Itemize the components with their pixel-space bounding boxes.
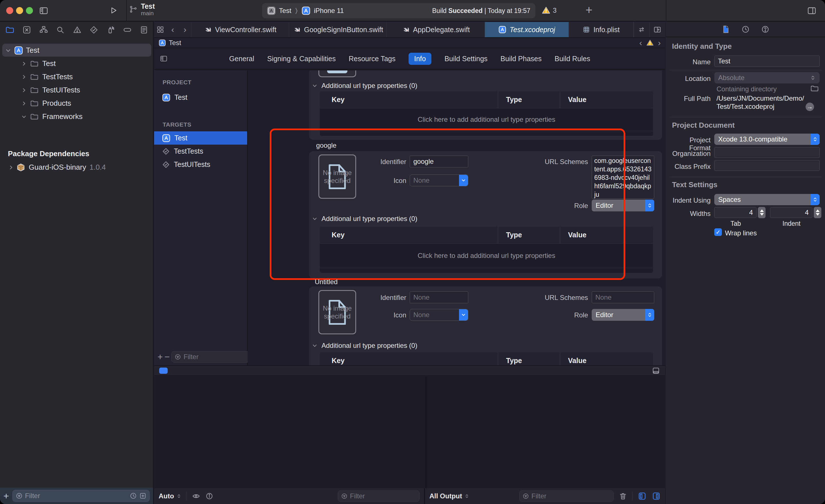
tab-width-field[interactable]: 4 <box>714 207 757 218</box>
close-window-button[interactable] <box>6 7 13 14</box>
chevron-down-icon[interactable] <box>312 343 317 348</box>
column-type[interactable]: Type <box>498 352 560 365</box>
variables-view[interactable] <box>154 377 426 488</box>
remove-target-button[interactable]: − <box>164 352 170 362</box>
add-file-button[interactable]: + <box>3 491 9 501</box>
source-control-navigator-icon[interactable] <box>22 25 31 34</box>
url-type-name-untitled[interactable]: Untitled <box>315 278 338 286</box>
column-type[interactable]: Type <box>498 91 560 108</box>
chevron-right-icon[interactable] <box>7 165 15 170</box>
variables-scope-dropdown[interactable]: Auto <box>159 492 181 500</box>
open-path-arrow-icon[interactable]: → <box>806 102 814 111</box>
navigator-filter-input[interactable] <box>25 492 127 500</box>
tab-build-rules[interactable]: Build Rules <box>554 55 590 63</box>
show-console-panel-icon[interactable] <box>652 492 661 501</box>
tab-resource-tags[interactable]: Resource Tags <box>349 55 395 63</box>
issue-navigator-icon[interactable] <box>73 25 82 34</box>
debug-navigator-icon[interactable] <box>106 25 115 34</box>
column-key[interactable]: Key <box>320 91 498 108</box>
chevron-right-icon[interactable] <box>20 74 28 80</box>
column-value[interactable]: Value <box>560 352 653 365</box>
tree-item-package-guard[interactable]: Guard-iOS-binary 1.0.4 <box>0 161 154 174</box>
issues-badge[interactable]: 3 <box>541 6 556 15</box>
indent-width-field[interactable]: 4 <box>770 207 812 218</box>
column-key[interactable]: Key <box>320 352 498 365</box>
back-button[interactable]: ‹ <box>166 22 179 37</box>
find-navigator-icon[interactable] <box>56 25 65 34</box>
target-row-testuitests[interactable]: TestUITests <box>154 158 247 171</box>
chevron-down-icon[interactable] <box>20 114 28 120</box>
wrap-lines-checkbox[interactable]: ✓ <box>714 228 722 236</box>
scheme-name[interactable]: Test <box>279 7 291 15</box>
forward-button[interactable]: › <box>179 22 191 37</box>
previous-issue-button[interactable]: ‹ <box>639 38 642 48</box>
console-filter-input[interactable] <box>531 492 611 500</box>
swap-editor-icon[interactable] <box>634 22 650 37</box>
source-control-status-icon[interactable] <box>139 492 147 500</box>
run-button[interactable] <box>109 6 118 15</box>
chevron-down-icon[interactable] <box>4 47 12 54</box>
role-dropdown-untitled[interactable]: Editor <box>592 309 654 321</box>
column-value[interactable]: Value <box>560 91 653 108</box>
toggle-navigator-icon[interactable] <box>39 6 49 15</box>
tab-info-plist[interactable]: Info.plist <box>569 22 634 37</box>
tab-info[interactable]: Info <box>408 53 432 65</box>
info-icon[interactable] <box>205 492 213 500</box>
console-view[interactable] <box>426 377 665 488</box>
breakpoint-navigator-icon[interactable] <box>123 25 132 34</box>
project-row-test[interactable]: Test <box>154 91 247 104</box>
collapse-targets-list-icon[interactable] <box>160 54 168 63</box>
history-inspector-icon[interactable] <box>741 25 750 33</box>
tab-googlesigninbutton[interactable]: GoogleSignInButton.swift <box>289 22 387 37</box>
tree-item-frameworks[interactable]: Frameworks <box>0 110 154 123</box>
toggle-inspector-icon[interactable] <box>807 6 817 15</box>
symbol-navigator-icon[interactable] <box>39 25 48 34</box>
project-format-dropdown[interactable]: Xcode 13.0-compatible <box>714 134 820 145</box>
tree-item-project-test[interactable]: Test <box>0 44 154 57</box>
add-editor-button[interactable]: + <box>586 3 593 17</box>
tree-item-test-folder[interactable]: Test <box>0 57 154 70</box>
organization-field[interactable] <box>714 147 820 158</box>
target-row-testtests[interactable]: TestTests <box>154 145 247 158</box>
tab-appdelegate[interactable]: AppDelegate.swift <box>387 22 484 37</box>
location-dropdown[interactable]: Absolute <box>714 72 820 83</box>
indent-using-dropdown[interactable]: Spaces <box>714 194 820 205</box>
tab-viewcontroller[interactable]: ViewController.swift <box>191 22 289 37</box>
tab-general[interactable]: General <box>229 55 254 63</box>
add-target-button[interactable]: + <box>157 352 163 362</box>
chevron-right-icon[interactable] <box>20 87 28 93</box>
hide-console-panel-icon[interactable] <box>652 366 660 375</box>
activity-view[interactable]: Test 〉 iPhone 11 Build Succeeded | Today… <box>262 3 535 18</box>
tab-width-stepper[interactable] <box>758 207 765 218</box>
test-navigator-icon[interactable] <box>89 25 98 34</box>
console-filter-field[interactable] <box>519 491 614 502</box>
split-editor-icon[interactable] <box>650 22 665 37</box>
tab-build-settings[interactable]: Build Settings <box>444 55 487 63</box>
minimize-window-button[interactable] <box>16 7 23 14</box>
destination-name[interactable]: iPhone 11 <box>314 7 344 15</box>
indent-width-stepper[interactable] <box>814 207 821 218</box>
tab-build-phases[interactable]: Build Phases <box>501 55 541 63</box>
chevron-right-icon[interactable] <box>20 100 28 106</box>
breadcrumb[interactable]: Test <box>169 39 181 47</box>
image-well-partial[interactable] <box>318 70 356 77</box>
variables-filter-input[interactable] <box>350 492 417 500</box>
tree-item-testtests[interactable]: TestTests <box>0 70 154 83</box>
related-items-icon[interactable] <box>154 22 166 37</box>
identifier-field-untitled[interactable]: None <box>410 291 468 303</box>
issue-warning-icon[interactable] <box>646 39 654 47</box>
choose-folder-icon[interactable] <box>810 84 819 93</box>
help-inspector-icon[interactable] <box>761 25 769 33</box>
tab-signing-capabilities[interactable]: Signing & Capabilities <box>267 55 335 63</box>
console-scope-dropdown[interactable]: All Output <box>429 492 469 500</box>
class-prefix-field[interactable] <box>714 160 820 171</box>
target-row-test[interactable]: Test <box>154 131 247 145</box>
report-navigator-icon[interactable] <box>140 25 148 34</box>
name-field[interactable]: Test <box>714 56 820 67</box>
url-schemes-field-untitled[interactable]: None <box>592 291 654 303</box>
variables-filter-field[interactable] <box>338 491 420 502</box>
next-issue-button[interactable]: › <box>658 38 661 48</box>
additional-properties-header[interactable]: Additional url type properties (0) <box>312 82 417 90</box>
project-navigator-icon[interactable] <box>5 25 15 35</box>
chevron-right-icon[interactable] <box>20 61 28 67</box>
